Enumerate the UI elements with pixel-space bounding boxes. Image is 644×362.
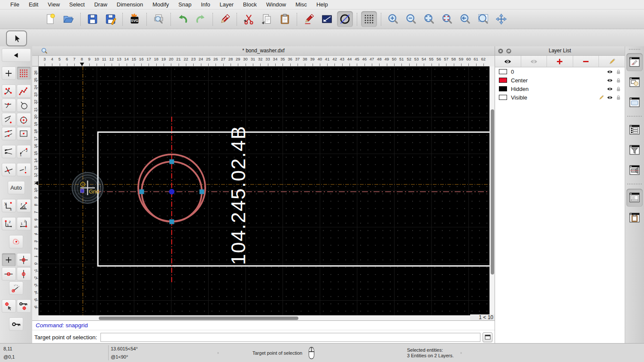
drawing-canvas[interactable]: 104.245.02.4BGrid [39, 66, 489, 315]
washer-outline-rect[interactable] [98, 132, 489, 266]
rel-abs-button[interactable]: 12 [2, 217, 16, 230]
menu-window[interactable]: Window [261, 1, 291, 8]
eye-icon[interactable] [607, 69, 613, 75]
snap-onrect-button[interactable] [17, 127, 31, 140]
lock-icon[interactable] [615, 94, 622, 101]
save-as-button[interactable] [103, 11, 118, 27]
cut-button[interactable] [241, 11, 257, 27]
menu-modify[interactable]: Modify [148, 1, 173, 8]
svg-export-button[interactable]: SVG [127, 11, 143, 27]
menu-misc[interactable]: Misc [291, 1, 312, 8]
new-button[interactable] [43, 11, 58, 27]
paste-button[interactable] [277, 11, 293, 27]
open-button[interactable] [61, 11, 76, 27]
dock-filter-button[interactable] [626, 141, 643, 159]
restrict-vertical-button[interactable] [17, 267, 31, 281]
eye-icon[interactable] [607, 94, 613, 101]
dock-blocks-button[interactable] [626, 73, 643, 91]
coord-polar-button[interactable]: ra [17, 199, 31, 212]
snap-endpoint-button[interactable] [2, 84, 16, 98]
auto-button[interactable]: Auto [8, 181, 25, 194]
menu-help[interactable]: Help [312, 1, 333, 8]
snap-intersection-button[interactable] [2, 99, 16, 112]
horizontal-scrollbar-thumb[interactable] [99, 317, 298, 320]
layer-row-0[interactable]: 0 [495, 67, 625, 76]
selection-handle[interactable] [200, 190, 204, 194]
edit-layer-button[interactable] [599, 56, 625, 67]
snap-circle-button[interactable] [17, 99, 31, 112]
menu-edit[interactable]: Edit [24, 1, 43, 8]
snap-selection-button[interactable] [9, 235, 23, 248]
selection-handle[interactable] [170, 160, 174, 164]
command-input[interactable] [100, 333, 480, 342]
zoom-prev-button[interactable] [457, 11, 473, 27]
snap-grid-button[interactable] [17, 66, 31, 80]
eraser-button[interactable] [217, 11, 233, 27]
menu-layer[interactable]: Layer [215, 1, 239, 8]
restrict-angle-button[interactable] [9, 281, 23, 295]
intersect-manual-button[interactable]: ! [17, 163, 31, 176]
menu-view[interactable]: View [43, 1, 64, 8]
menu-select[interactable]: Select [64, 1, 89, 8]
snap-tangent-button[interactable] [2, 113, 16, 126]
zoom-in-button[interactable] [385, 11, 401, 27]
dock-clipboard-button[interactable] [626, 209, 643, 227]
add-layer-button[interactable] [547, 56, 573, 67]
selection-handle[interactable] [170, 220, 174, 224]
hide-all-layers-button[interactable] [521, 56, 547, 67]
remove-layer-button[interactable] [573, 56, 599, 67]
zoom-out-button[interactable] [403, 11, 419, 27]
circle-line-button[interactable] [337, 11, 353, 27]
center-handle[interactable] [169, 189, 175, 195]
snap-free-button[interactable] [2, 66, 16, 80]
selection-tool-button[interactable] [6, 30, 27, 46]
menu-block[interactable]: Block [238, 1, 261, 8]
layer-row-hidden[interactable]: Hidden [495, 84, 625, 93]
vertical-scrollbar[interactable] [489, 66, 495, 315]
zoom-auto-button[interactable] [421, 11, 437, 27]
snap-arrows-button[interactable] [2, 145, 16, 158]
grid-dots-button[interactable] [361, 11, 377, 27]
snap-distance-button[interactable]: 12 [17, 145, 31, 158]
save-button[interactable] [85, 11, 100, 27]
eye-icon[interactable] [607, 86, 613, 92]
layer-row-center[interactable]: Center [495, 76, 625, 84]
snap-middle-button[interactable] [2, 127, 16, 140]
restrict-horizontal-button[interactable] [2, 267, 16, 281]
menu-draw[interactable]: Draw [89, 1, 112, 8]
lock-icon[interactable] [615, 69, 622, 75]
lock-relative-zero-button[interactable] [2, 299, 16, 313]
dock-dimension-button[interactable] [626, 161, 643, 179]
lock-icon[interactable] [615, 86, 622, 92]
pen-button[interactable] [301, 11, 317, 27]
snap-center-button[interactable] [17, 113, 31, 126]
eye-icon[interactable] [607, 77, 613, 84]
dock-list-button[interactable] [626, 121, 643, 139]
redo-button[interactable] [193, 11, 209, 27]
restrict-orthogonal-button[interactable] [17, 253, 31, 266]
menu-dimension[interactable]: Dimension [112, 1, 148, 8]
dock-library-button[interactable] [626, 94, 643, 112]
pencil-icon[interactable] [598, 94, 605, 101]
line-rect-button[interactable] [319, 11, 335, 27]
key-lock-button[interactable] [9, 317, 23, 331]
menu-file[interactable]: File [6, 1, 24, 8]
zoom-pan-button[interactable] [493, 11, 509, 27]
zoom-window-button[interactable] [475, 11, 491, 27]
layer-row-visible[interactable]: Visible [495, 93, 625, 102]
selection-handle[interactable] [140, 190, 144, 194]
menu-info[interactable]: Info [196, 1, 215, 8]
command-detach-button[interactable] [483, 332, 492, 342]
coord-cartesian-button[interactable]: yx [2, 199, 16, 212]
dock-command-button[interactable] [626, 189, 643, 207]
copy-button[interactable] [259, 11, 275, 27]
vertical-scrollbar-thumb[interactable] [491, 109, 494, 275]
undo-button[interactable] [175, 11, 191, 27]
show-all-layers-button[interactable] [495, 56, 521, 67]
lock-icon[interactable] [615, 77, 622, 84]
zoom-select-button[interactable] [439, 11, 455, 27]
rel-rel-button[interactable]: 12 [17, 217, 31, 230]
back-arrow-button[interactable] [2, 48, 31, 62]
intersect-two-button[interactable] [2, 163, 16, 176]
snap-entity-button[interactable] [17, 84, 31, 98]
